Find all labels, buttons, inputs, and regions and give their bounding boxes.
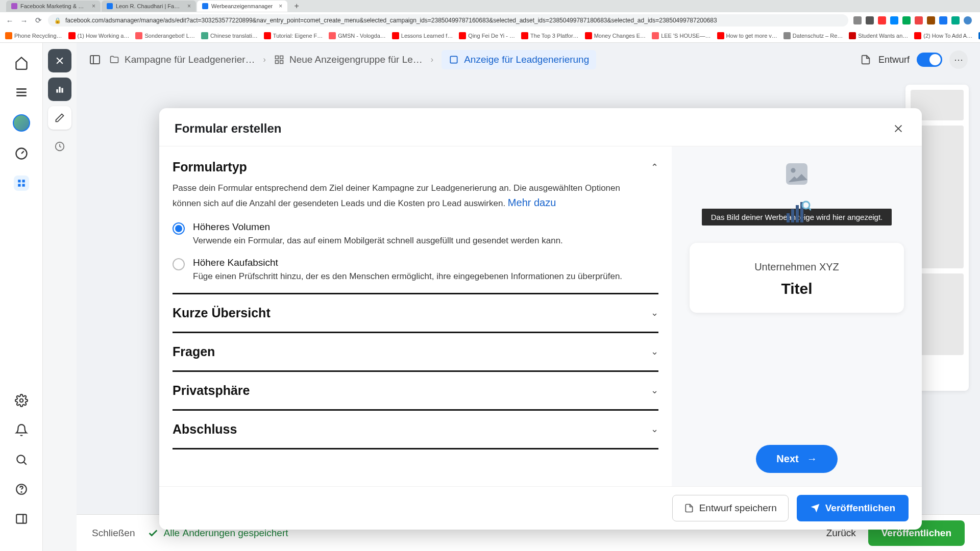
ext-icon[interactable] — [927, 16, 935, 24]
url-text: facebook.com/adsmanager/manage/ads/edit?… — [65, 17, 717, 24]
help-icon[interactable] — [14, 482, 29, 497]
chevron-right-icon: › — [263, 55, 266, 64]
save-draft-button[interactable]: Entwurf speichern — [672, 495, 789, 521]
bookmark[interactable]: Student Wants an… — [849, 32, 908, 39]
preview-card: Unternehmen XYZ Titel — [690, 243, 904, 313]
ext-icon[interactable] — [939, 16, 947, 24]
breadcrumb-campaign[interactable]: Kampagne für Leadgenerier… — [109, 54, 255, 65]
bookmark[interactable]: Phone Recycling… — [5, 32, 62, 39]
bookmark-bar: Phone Recycling… (1) How Working a… Sond… — [0, 29, 980, 43]
section-header[interactable]: Fragen ⌄ — [173, 344, 658, 359]
radio-option-volume[interactable]: Höheres Volumen Verwende ein Formular, d… — [173, 221, 658, 246]
close-icon[interactable]: × — [279, 3, 282, 10]
preview-next-button[interactable]: Next → — [756, 445, 837, 473]
ext-icon[interactable] — [878, 16, 886, 24]
svg-rect-13 — [16, 514, 27, 523]
url-field[interactable]: 🔒 facebook.com/adsmanager/manage/ads/edi… — [48, 14, 848, 27]
extension-strip — [853, 16, 975, 24]
panel-icon[interactable] — [14, 511, 29, 527]
edit-icon[interactable] — [48, 106, 71, 130]
publish-button[interactable]: Veröffentlichen — [797, 495, 909, 521]
section-header[interactable]: Abschluss ⌄ — [173, 422, 658, 437]
breadcrumb-adset[interactable]: Neue Anzeigengruppe für Le… — [274, 54, 423, 65]
section-title: Abschluss — [173, 422, 237, 437]
chart-icon[interactable] — [48, 78, 71, 101]
radio-input[interactable] — [173, 222, 185, 235]
profile-icon[interactable] — [964, 16, 972, 24]
svg-point-9 — [17, 455, 24, 463]
modal-close-button[interactable] — [890, 120, 906, 137]
create-form-modal: Formular erstellen Formulartyp ⌃ Passe d… — [159, 108, 922, 530]
menu-icon[interactable] — [14, 85, 29, 100]
forward-button[interactable]: → — [19, 16, 29, 25]
search-icon[interactable] — [14, 452, 29, 467]
browser-tab[interactable]: Leon R. Chaudhari | Facebook × — [102, 1, 196, 12]
modal-footer: Entwurf speichern Veröffentlichen — [159, 486, 922, 530]
bookmark[interactable]: LEE 'S HOUSE—… — [652, 32, 710, 39]
svg-rect-19 — [61, 88, 63, 93]
bookmark[interactable]: Qing Fei De Yi - … — [459, 32, 515, 39]
bookmark[interactable]: Tutorial: Eigene F… — [264, 32, 323, 39]
section-header[interactable]: Formulartyp ⌃ — [173, 160, 658, 174]
tab-title: Leon R. Chaudhari | Facebook — [116, 3, 181, 9]
radio-sub: Füge einen Prüfschritt hinzu, der es den… — [193, 271, 622, 282]
ext-icon[interactable] — [902, 16, 911, 24]
gear-icon[interactable] — [14, 393, 29, 408]
new-tab-button[interactable]: + — [291, 1, 302, 11]
ext-icon[interactable] — [951, 16, 960, 24]
avatar[interactable] — [13, 114, 30, 132]
home-icon[interactable] — [14, 55, 29, 70]
radio-input[interactable] — [173, 258, 185, 270]
panel-toggle-icon[interactable] — [89, 54, 101, 66]
draft-icon — [860, 54, 871, 65]
radio-option-intent[interactable]: Höhere Kaufabsicht Füge einen Prüfschrit… — [173, 257, 658, 282]
form-config-panel: Formulartyp ⌃ Passe dein Formular entspr… — [159, 146, 672, 486]
section-questions: Fragen ⌄ — [173, 333, 658, 372]
section-header[interactable]: Privatsphäre ⌄ — [173, 383, 658, 398]
grid-icon[interactable] — [14, 176, 29, 191]
bookmark[interactable]: Datenschutz – Re… — [783, 32, 843, 39]
tool-rail — [43, 43, 77, 551]
app: Kampagne für Leadgenerier… › Neue Anzeig… — [0, 43, 980, 551]
bookmark[interactable]: Sonderangebot! L… — [135, 32, 194, 39]
bookmark[interactable]: Money Changes E… — [585, 32, 646, 39]
toggle-switch[interactable] — [917, 53, 942, 67]
more-button[interactable]: ⋯ — [949, 51, 968, 69]
close-editor-button[interactable] — [48, 49, 71, 72]
bookmark[interactable]: GMSN - Vologda… — [329, 32, 386, 39]
close-icon[interactable]: × — [187, 3, 191, 10]
ext-icon[interactable] — [890, 16, 898, 24]
reload-button[interactable]: ⟳ — [34, 16, 43, 25]
bell-icon[interactable] — [14, 422, 29, 438]
bookmark[interactable]: Chinese translati… — [201, 32, 258, 39]
ext-icon[interactable] — [853, 16, 862, 24]
svg-rect-27 — [451, 56, 457, 63]
browser-tab-active[interactable]: Werbeanzeigenmanager × — [197, 1, 287, 12]
gauge-icon[interactable] — [14, 146, 29, 161]
main-area: Kampagne für Leadgenerier… › Neue Anzeig… — [77, 43, 980, 551]
history-icon[interactable] — [48, 135, 71, 158]
breadcrumb-header: Kampagne für Leadgenerier… › Neue Anzeig… — [77, 43, 980, 77]
bookmark[interactable]: (2) How To Add A… — [914, 32, 972, 39]
bookmark[interactable]: Lessons Learned f… — [392, 32, 453, 39]
breadcrumb-ad[interactable]: Anzeige für Leadgenerierung — [442, 50, 596, 69]
side-rail — [0, 43, 43, 551]
svg-rect-24 — [280, 56, 283, 59]
close-link[interactable]: Schließen — [92, 528, 135, 539]
section-title: Privatsphäre — [173, 383, 250, 398]
svg-rect-4 — [18, 180, 20, 182]
close-icon[interactable]: × — [92, 3, 95, 10]
bookmark[interactable]: (1) How Working a… — [68, 32, 130, 39]
bookmark[interactable]: The Top 3 Platfor… — [521, 32, 579, 39]
learn-more-link[interactable]: Mehr dazu — [508, 197, 556, 208]
ext-icon[interactable] — [866, 16, 874, 24]
back-button[interactable]: ← — [5, 16, 14, 25]
modal-header: Formular erstellen — [159, 108, 922, 146]
ext-icon[interactable] — [915, 16, 923, 24]
browser-tab[interactable]: Facebook Marketing & Werbe… × — [6, 1, 101, 12]
section-header[interactable]: Kurze Übersicht ⌄ — [173, 306, 658, 320]
bookmark[interactable]: How to get more v… — [717, 32, 777, 39]
company-logo-icon — [782, 198, 811, 227]
chevron-down-icon: ⌄ — [651, 307, 658, 318]
svg-rect-25 — [275, 61, 278, 64]
